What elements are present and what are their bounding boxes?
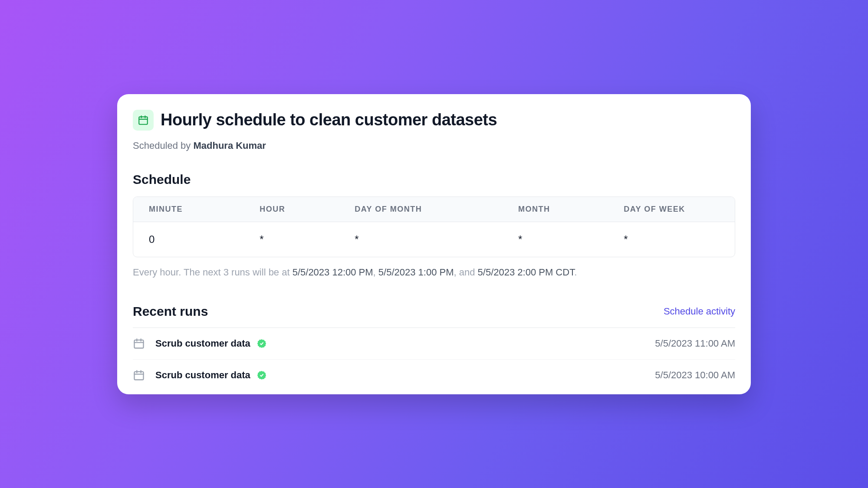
cron-table-body: 0 * * * * [133,222,735,257]
cron-table-head: MINUTE HOUR DAY OF MONTH MONTH DAY OF WE… [133,197,735,222]
val-day-of-week: * [608,222,735,257]
run-row[interactable]: Scrub customer data 5/5/2023 11:00 AM [133,328,735,360]
check-badge-icon [256,338,267,349]
svg-rect-4 [135,340,144,348]
schedule-card: Hourly schedule to clean customer datase… [117,94,751,394]
val-day-of-month: * [339,222,503,257]
card-header: Hourly schedule to clean customer datase… [133,110,735,131]
cron-table: MINUTE HOUR DAY OF MONTH MONTH DAY OF WE… [133,197,735,257]
val-month: * [503,222,608,257]
summary-t1: Every hour. The next 3 runs will be at [133,267,293,278]
page-title: Hourly schedule to clean customer datase… [161,111,497,129]
col-day-of-month: DAY OF MONTH [339,197,503,222]
calendar-icon [138,115,149,126]
val-minute: 0 [133,222,244,257]
run-timestamp: 5/5/2023 11:00 AM [655,338,735,349]
scheduled-by-name: Madhura Kumar [193,140,266,151]
summary-t7: . [574,267,577,278]
col-day-of-week: DAY OF WEEK [608,197,735,222]
recent-runs-title: Recent runs [133,304,208,319]
col-hour: HOUR [244,197,339,222]
check-badge-icon [256,370,267,380]
scheduled-by-line: Scheduled by Madhura Kumar [133,140,735,151]
svg-rect-0 [139,117,148,124]
val-hour: * [244,222,339,257]
col-minute: MINUTE [133,197,244,222]
calendar-icon [133,337,145,350]
summary-t5: , and [454,267,478,278]
schedule-section-title: Schedule [133,172,735,187]
run-name: Scrub customer data [155,370,250,381]
summary-next2: 5/5/2023 1:00 PM [378,267,454,278]
run-name: Scrub customer data [155,338,250,349]
summary-t3: , [373,267,378,278]
calendar-icon-box [133,110,154,131]
recent-runs-header: Recent runs Schedule activity [133,304,735,328]
summary-next1: 5/5/2023 12:00 PM [293,267,373,278]
calendar-icon [133,369,145,381]
scheduled-by-prefix: Scheduled by [133,140,193,151]
run-timestamp: 5/5/2023 10:00 AM [655,370,735,381]
schedule-summary: Every hour. The next 3 runs will be at 5… [133,267,735,278]
summary-next3: 5/5/2023 2:00 PM CDT [478,267,575,278]
svg-rect-8 [135,371,144,380]
run-row[interactable]: Scrub customer data 5/5/2023 10:00 AM [133,360,735,386]
schedule-activity-link[interactable]: Schedule activity [664,306,735,317]
col-month: MONTH [503,197,608,222]
